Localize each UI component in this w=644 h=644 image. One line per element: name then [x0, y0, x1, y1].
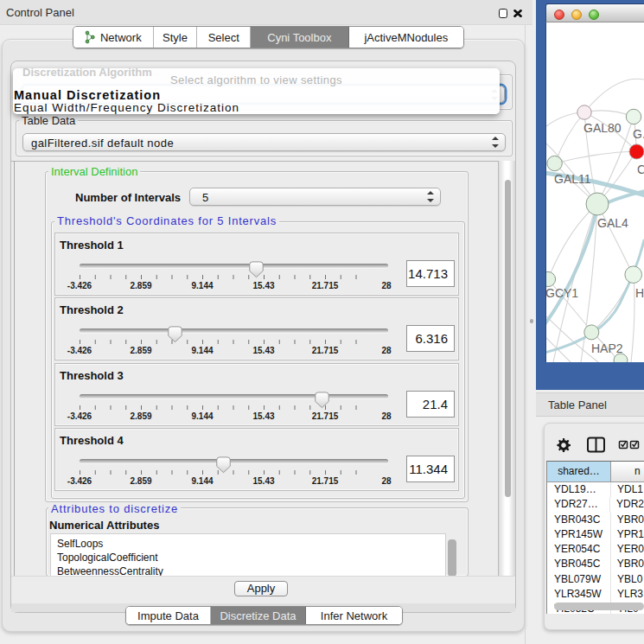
svg-text:C: C — [637, 163, 644, 176]
svg-text:GAL11: GAL11 — [554, 172, 591, 186]
svg-text:GCY1: GCY1 — [546, 286, 578, 300]
svg-text:GAL80: GAL80 — [583, 121, 622, 135]
svg-text:H: H — [635, 286, 644, 300]
svg-text:HAP2: HAP2 — [591, 341, 623, 355]
svg-text:GAL4: GAL4 — [597, 216, 628, 230]
svg-text:G.: G. — [633, 127, 644, 141]
